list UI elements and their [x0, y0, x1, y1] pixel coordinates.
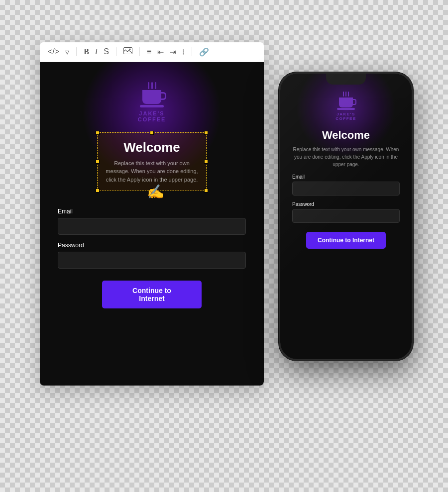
code-icon[interactable]: </> — [48, 47, 59, 56]
handle-tl — [96, 131, 100, 135]
cup-body — [142, 90, 161, 104]
align-left-icon[interactable]: ⇤ — [157, 47, 164, 57]
svg-point-1 — [129, 49, 130, 50]
steam-line-1 — [148, 82, 149, 89]
editor-panel: </> ▿ B I S ≡ ⇤ ⇥ ⁝ 🔗 — [40, 42, 264, 386]
brand-line1: JAKE'S — [139, 110, 164, 116]
svg-rect-0 — [123, 48, 132, 54]
phone-email-label: Email — [292, 174, 400, 180]
phone-welcome-subtitle: Replace this text with your own message.… — [280, 146, 412, 168]
captive-screen: JAKE'S COFFEE Welcome Replace this text … — [40, 62, 264, 386]
phone-email-input[interactable] — [292, 182, 400, 196]
toolbar-separator-2 — [116, 47, 116, 56]
phone-wrapper: JAKE'S COFFEE Welcome Replace this text … — [279, 72, 413, 460]
phone-steam-2 — [345, 92, 346, 97]
phone-password-label: Password — [292, 201, 400, 207]
phone-password-input[interactable] — [292, 209, 400, 223]
strikethrough-icon[interactable]: S — [104, 47, 109, 56]
email-label: Email — [58, 208, 246, 215]
italic-icon[interactable]: I — [95, 47, 98, 56]
phone-welcome-title: Welcome — [322, 129, 370, 142]
align-right-icon[interactable]: ⇥ — [170, 47, 176, 57]
phone-coffee-cup — [337, 92, 355, 110]
cup-saucer — [140, 105, 164, 107]
selection-area: Welcome Replace this text with your own … — [97, 132, 207, 192]
scene: </> ▿ B I S ≡ ⇤ ⇥ ⁝ 🔗 — [25, 22, 423, 470]
steam-line-2 — [151, 82, 153, 89]
email-input[interactable] — [58, 218, 246, 235]
form-area: Email Password Continue to Internet — [40, 191, 264, 323]
welcome-subtitle: Replace this text with your own message.… — [106, 159, 198, 184]
filter-icon[interactable]: ▿ — [65, 47, 69, 57]
phone-form: Email Password — [280, 168, 412, 223]
phone-steam-1 — [343, 92, 344, 97]
phone-cup-handle — [353, 99, 356, 105]
continue-button[interactable]: Continue to Internet — [102, 281, 202, 308]
bold-icon[interactable]: B — [84, 47, 89, 56]
unordered-list-icon[interactable]: ⁝ — [182, 47, 185, 57]
phone-screen: JAKE'S COFFEE Welcome Replace this text … — [280, 74, 412, 359]
link-icon[interactable]: 🔗 — [199, 47, 209, 57]
phone-device: JAKE'S COFFEE Welcome Replace this text … — [279, 72, 413, 361]
password-label: Password — [58, 242, 246, 249]
handle-ml — [96, 160, 100, 164]
phone-steam — [343, 92, 349, 97]
brand-name: JAKE'S COFFEE — [138, 110, 166, 122]
phone-cup-body — [339, 98, 353, 107]
logo-area: JAKE'S COFFEE — [138, 82, 166, 122]
ordered-list-icon[interactable]: ≡ — [147, 47, 151, 56]
phone-logo-area: JAKE'S COFFEE — [336, 92, 356, 121]
phone-brand-name: JAKE'S COFFEE — [336, 112, 356, 121]
handle-mr — [204, 160, 208, 164]
toolbar-separator-3 — [139, 47, 140, 56]
toolbar: </> ▿ B I S ≡ ⇤ ⇥ ⁝ 🔗 — [40, 42, 264, 62]
handle-tc — [150, 131, 154, 135]
handle-tr — [204, 131, 208, 135]
phone-brand-line2: COFFEE — [336, 116, 356, 121]
coffee-cup-icon — [140, 82, 164, 107]
password-input[interactable] — [58, 252, 246, 269]
phone-cup-saucer — [337, 108, 355, 110]
phone-brand-line1: JAKE'S — [336, 112, 355, 116]
brand-line2: COFFEE — [138, 116, 166, 122]
steam — [148, 82, 156, 89]
phone-notch — [326, 74, 366, 85]
image-icon[interactable] — [123, 47, 132, 56]
cup-handle — [161, 92, 166, 100]
toolbar-separator — [76, 47, 77, 56]
steam-line-3 — [155, 82, 156, 89]
toolbar-separator-4 — [192, 47, 192, 56]
phone-continue-button[interactable]: Continue to Internet — [306, 232, 386, 249]
welcome-title: Welcome — [106, 140, 198, 155]
phone-steam-3 — [348, 92, 349, 97]
selection-box: Welcome Replace this text with your own … — [97, 132, 207, 192]
